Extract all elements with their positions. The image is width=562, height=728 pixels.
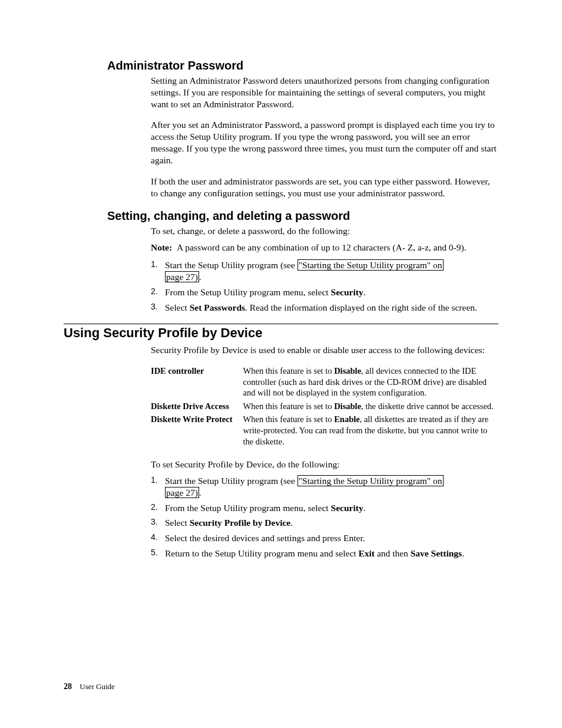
bold-term: Exit (358, 548, 375, 558)
doc-title: User Guide (80, 682, 115, 691)
text: When this feature is set to (243, 366, 335, 375)
cross-reference-link[interactable]: "Starting the Setup Utility program" on (297, 259, 444, 271)
bold-term: Disable (334, 366, 361, 375)
paragraph: Setting an Administrator Password deters… (151, 75, 498, 110)
definition-term: IDE controller (151, 365, 243, 401)
cross-reference-link[interactable]: "Starting the Setup Utility program" on (297, 475, 444, 486)
step-text: . (290, 518, 293, 528)
page-footer: 28 User Guide (64, 682, 115, 691)
step-text: . (363, 503, 366, 513)
paragraph: To set Security Profile by Device, do th… (151, 459, 498, 470)
step-text: . Read the information displayed on the … (245, 302, 477, 312)
cross-reference-link[interactable]: page 27) (165, 271, 199, 282)
document-page: Administrator Password Setting an Admini… (0, 0, 562, 728)
definition-row: Diskette Write Protect When this feature… (151, 414, 498, 449)
step-item: Select the desired devices and settings … (151, 532, 498, 544)
bold-term: Security (331, 503, 363, 513)
text: , the diskette drive cannot be accessed. (361, 401, 494, 411)
paragraph: To set, change, or delete a password, do… (151, 225, 498, 237)
step-text: Select (165, 518, 190, 528)
steps-list: Start the Setup Utility program (see "St… (151, 259, 498, 313)
step-item: Select Security Profile by Device. (151, 517, 498, 529)
definition-row: IDE controller When this feature is set … (151, 365, 498, 401)
step-text: Select the desired devices and settings … (165, 533, 365, 543)
definition-desc: When this feature is set to Disable, the… (243, 401, 498, 414)
bold-term: Save Settings (411, 548, 462, 558)
step-text: . (199, 272, 201, 282)
paragraph: If both the user and administrator passw… (151, 176, 498, 199)
body-admin-password: Setting an Administrator Password deters… (151, 75, 498, 199)
step-text: Start the Setup Utility program (see (165, 260, 297, 270)
step-text: Start the Setup Utility program (see (165, 476, 297, 486)
steps-list: Start the Setup Utility program (see "St… (151, 475, 498, 559)
step-text: From the Setup Utility program menu, sel… (165, 503, 331, 513)
definition-desc: When this feature is set to Disable, all… (243, 365, 498, 401)
bold-term: Security (331, 287, 363, 297)
step-text: Return to the Setup Utility program menu… (165, 548, 358, 558)
heading-admin-password: Administrator Password (107, 59, 498, 73)
step-item: From the Setup Utility program menu, sel… (151, 502, 498, 514)
section-security-profile: Using Security Profile by Device Securit… (64, 324, 498, 559)
note: Note: A password can be any combination … (151, 242, 498, 253)
step-text: . (363, 287, 366, 297)
heading-security-profile: Using Security Profile by Device (64, 324, 498, 341)
step-item: Start the Setup Utility program (see "St… (151, 259, 498, 283)
page-number: 28 (64, 682, 72, 691)
definition-desc: When this feature is set to Enable, all … (243, 414, 498, 449)
section-admin-password: Administrator Password Setting an Admini… (64, 59, 498, 199)
step-text: From the Setup Utility program menu, sel… (165, 287, 331, 297)
definition-list: IDE controller When this feature is set … (151, 365, 498, 449)
step-text: and then (375, 548, 411, 558)
step-text: Select (165, 302, 190, 312)
note-text: A password can be any combination of up … (177, 242, 498, 253)
heading-setting-password: Setting, changing, and deleting a passwo… (107, 209, 498, 223)
definition-row: Diskette Drive Access When this feature … (151, 401, 498, 414)
body-setting-password: To set, change, or delete a password, do… (151, 225, 498, 313)
section-setting-password: Setting, changing, and deleting a passwo… (64, 209, 498, 313)
step-item: Select Set Passwords. Read the informati… (151, 302, 498, 314)
bold-term: Enable (334, 414, 360, 424)
step-text: . (462, 548, 464, 558)
bold-term: Security Profile by Device (190, 518, 290, 528)
step-item: Start the Setup Utility program (see "St… (151, 475, 498, 499)
cross-reference-link[interactable]: page 27) (165, 487, 199, 498)
step-item: From the Setup Utility program menu, sel… (151, 286, 498, 298)
note-label: Note: (151, 242, 177, 253)
text: When this feature is set to (243, 414, 335, 424)
bold-term: Disable (334, 401, 361, 411)
paragraph: Security Profile by Device is used to en… (151, 344, 498, 356)
step-text: . (199, 487, 201, 498)
body-security-profile: Security Profile by Device is used to en… (151, 344, 498, 559)
definition-term: Diskette Drive Access (151, 401, 243, 414)
bold-term: Set Passwords (190, 302, 245, 312)
paragraph: After you set an Administrator Password,… (151, 119, 498, 166)
definition-term: Diskette Write Protect (151, 414, 243, 449)
step-item: Return to the Setup Utility program menu… (151, 548, 498, 559)
text: When this feature is set to (243, 401, 335, 411)
